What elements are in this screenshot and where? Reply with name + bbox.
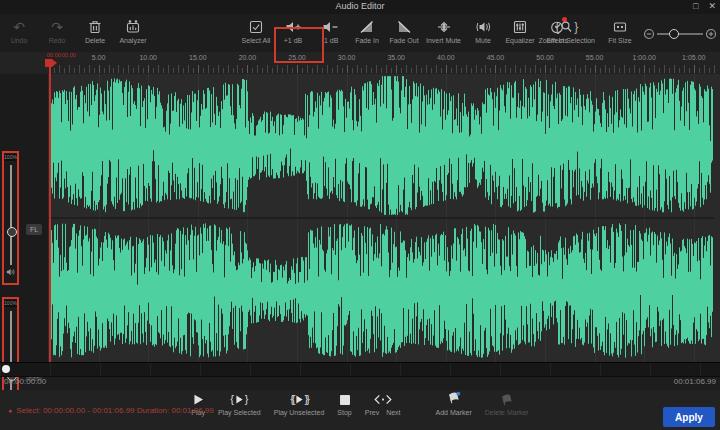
ruler-tick: [426, 65, 427, 73]
undo-label: Undo: [11, 37, 28, 44]
undo-button[interactable]: ↶ Undo: [2, 17, 36, 45]
equalizer-button[interactable]: Equalizer: [503, 17, 537, 45]
waveform-front-left[interactable]: [48, 74, 714, 217]
delete-marker-button[interactable]: Delete Marker: [485, 392, 529, 416]
apply-button[interactable]: Apply: [663, 407, 715, 427]
prev-next-button[interactable]: Prev Next: [365, 392, 401, 416]
scrollbar-knob[interactable]: [2, 365, 10, 373]
delete-button[interactable]: Delete: [78, 17, 112, 45]
zoom-out-icon[interactable]: [643, 28, 655, 40]
ruler-tick: [64, 68, 65, 73]
fade-in-button[interactable]: Fade In: [350, 17, 384, 45]
ruler-tick-label: 35.00: [387, 54, 405, 61]
ruler-tick: [123, 68, 124, 73]
status-bullet-icon: ●: [8, 407, 12, 414]
gain-up-button[interactable]: +1 dB: [276, 17, 310, 45]
zoom-slider-knob[interactable]: [669, 29, 679, 39]
ruler-tick: [535, 65, 536, 73]
audio-editor-window: Audio Editor □ ✕ ↶ Undo ↷ Redo Delete: [0, 0, 720, 430]
ruler-tick-label: 1:05.00: [682, 54, 705, 61]
ruler-tick-label: 15.00: [189, 54, 207, 61]
playhead-time-label: 00:00:00.00: [47, 52, 76, 58]
zoom-slider-track[interactable]: [657, 33, 703, 35]
ruler-tick: [649, 68, 650, 73]
window-title: Audio Editor: [0, 1, 720, 11]
fit-size-button[interactable]: Fit Size: [603, 17, 637, 45]
ruler-tick: [133, 68, 134, 73]
ruler-tick: [203, 68, 204, 73]
volume-slider-fl[interactable]: 100%: [2, 151, 19, 285]
volume-knob-fl[interactable]: [7, 227, 17, 237]
redo-button[interactable]: ↷ Redo: [40, 17, 74, 45]
mute-button[interactable]: Mute: [466, 17, 500, 45]
ruler-tick: [138, 65, 139, 73]
ruler-tick: [555, 65, 556, 73]
close-icon[interactable]: ✕: [708, 0, 716, 13]
ruler-tick: [376, 65, 377, 73]
view-start-time: 00:00:00.00: [4, 377, 46, 386]
zoom-in-icon[interactable]: [705, 28, 717, 40]
speaker-icon-fl: [6, 263, 16, 281]
ruler-tick: [485, 65, 486, 73]
gain-down-button[interactable]: -1 dB: [313, 17, 347, 45]
fade-out-button[interactable]: Fade Out: [387, 17, 421, 45]
play-selected-button[interactable]: { } Play Selected: [218, 392, 261, 416]
delete-marker-label: Delete Marker: [485, 409, 529, 416]
ruler-tick: [104, 68, 105, 73]
ruler-tick: [699, 68, 700, 73]
ruler-tick: [252, 68, 253, 73]
ruler-tick: [659, 68, 660, 73]
ruler-tick: [595, 65, 596, 73]
zoom-in-selection-button[interactable]: { } Zoom In Selection: [537, 17, 597, 45]
overview-scrollbar[interactable]: [0, 362, 720, 377]
select-all-button[interactable]: Select All: [239, 17, 273, 45]
waveform-front-right[interactable]: [48, 219, 714, 362]
ruler-tick: [411, 68, 412, 73]
toolbar: ↶ Undo ↷ Redo Delete Analyzer: [0, 14, 720, 53]
ruler-tick: [118, 65, 119, 73]
stop-button[interactable]: Stop: [337, 392, 351, 416]
maximize-icon[interactable]: □: [693, 0, 698, 13]
ruler-tick-label: 10.00: [139, 54, 157, 61]
volume-track-fl[interactable]: [10, 165, 12, 265]
ruler-tick: [515, 65, 516, 73]
ruler-tick: [366, 65, 367, 73]
ruler-tick: [401, 68, 402, 73]
play-icon: [192, 392, 205, 407]
ruler-tick: [113, 68, 114, 73]
ruler-tick: [208, 65, 209, 73]
ruler-tick: [550, 68, 551, 73]
playhead-handle[interactable]: [45, 59, 52, 67]
ruler-tick: [332, 68, 333, 73]
ruler-tick: [347, 65, 348, 73]
ruler-tick: [178, 65, 179, 73]
fade-in-icon: [359, 18, 375, 35]
add-marker-button[interactable]: Add Marker: [436, 392, 472, 416]
fade-out-label: Fade Out: [389, 37, 418, 44]
ruler-tick: [79, 65, 80, 73]
analyzer-button[interactable]: Analyzer: [116, 17, 150, 45]
add-marker-label: Add Marker: [436, 409, 472, 416]
play-unselected-button[interactable]: {{ }} Play Unselected: [274, 392, 325, 416]
zoom-in-selection-icon: { }: [555, 18, 578, 35]
ruler-tick: [143, 68, 144, 73]
bottom-bar: Play { } Play Selected {{ }} Play Unsele…: [0, 390, 720, 430]
ruler-tick: [163, 68, 164, 73]
ruler-tick: [173, 68, 174, 73]
analyzer-icon: [125, 18, 141, 35]
ruler-tick: [272, 68, 273, 73]
next-label: Next: [386, 409, 400, 416]
ruler-tick: [94, 68, 95, 73]
analyzer-label: Analyzer: [119, 37, 146, 44]
ruler-tick: [282, 68, 283, 73]
ruler-tick: [89, 65, 90, 73]
ruler-tick: [128, 65, 129, 73]
ruler-tick: [684, 65, 685, 73]
play-unselected-label: Play Unselected: [274, 409, 325, 416]
ruler-tick-label: 50.00: [536, 54, 554, 61]
ruler-tick: [441, 68, 442, 73]
timeline-ruler[interactable]: 00:00:00.00 5.0010.0015.0020.0025.0030.0…: [0, 52, 720, 75]
ruler-tick: [500, 68, 501, 73]
invert-mute-button[interactable]: Invert Mute: [424, 17, 463, 45]
ruler-tick: [570, 68, 571, 73]
